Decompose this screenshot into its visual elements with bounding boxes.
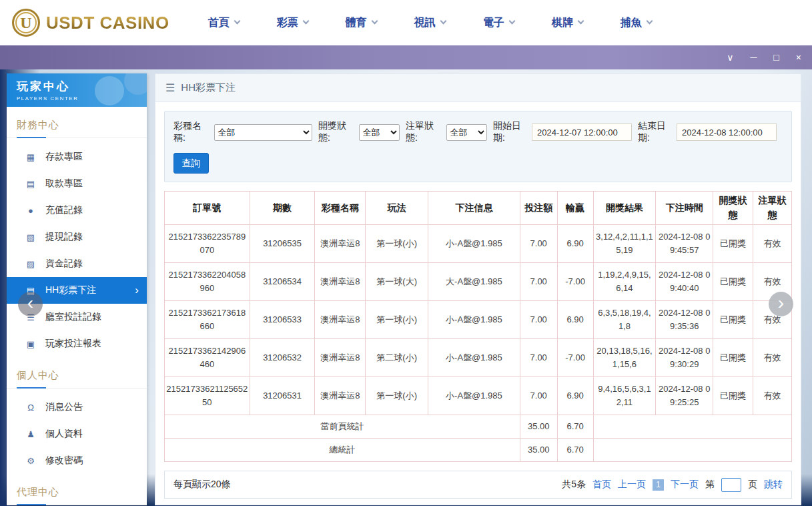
first-page-link[interactable]: 首页	[592, 479, 611, 491]
table-cell: 第一球(大)	[366, 263, 428, 301]
current-page-indicator[interactable]: 1	[653, 479, 664, 491]
sidebar-item-label: 個人資料	[45, 428, 83, 440]
sidebar-item-label: HH彩票下注	[45, 284, 96, 296]
withdraw-money-icon: ▤	[25, 179, 36, 189]
sidebar-item-label: 取款專區	[45, 178, 83, 190]
menu-icon[interactable]: ☰	[165, 81, 175, 94]
minimize-button[interactable]: ─	[750, 53, 757, 62]
sidebar-item-change-password[interactable]: ⚙修改密碼	[7, 447, 147, 474]
nav-item-lottery[interactable]: 彩票	[277, 16, 308, 30]
sidebar-item-fund-records[interactable]: ▨資金記錄	[7, 250, 147, 277]
table-cell: 小-A盤@1.985	[428, 377, 520, 415]
nav-item-slots[interactable]: 電子	[483, 16, 514, 30]
page-title: HH彩票下注	[181, 81, 236, 94]
sidebar-item-recharge-records[interactable]: ●充值記錄	[7, 197, 147, 224]
close-button[interactable]: ×	[796, 53, 801, 62]
column-header: 訂單號	[165, 192, 250, 225]
sidebar-section-title: 代理中心	[7, 481, 147, 505]
logo-coin-icon: U	[12, 9, 40, 37]
summary-row: 總統計35.006.70	[165, 439, 792, 462]
table-cell: 第二球(小)	[366, 339, 428, 377]
sidebar-title: 玩家中心	[17, 79, 147, 94]
table-cell: 6.90	[557, 225, 593, 263]
query-button[interactable]: 查詢	[173, 153, 209, 174]
filter-label: 注單狀態:	[406, 120, 444, 144]
sidebar-section: 個人中心Ω消息公告♟個人資料⚙修改密碼	[7, 364, 147, 474]
prev-page-link[interactable]: 上一页	[618, 479, 646, 491]
sidebar-item-profile[interactable]: ♟個人資料	[7, 421, 147, 447]
table-cell: 7.00	[520, 225, 557, 263]
sidebar-section-title: 個人中心	[7, 364, 147, 389]
deposit-card-icon: ▦	[25, 152, 36, 162]
jump-button[interactable]: 跳转	[764, 479, 783, 491]
next-page-link[interactable]: 下一页	[671, 479, 699, 491]
table-cell: 2024-12-08 09:40:40	[656, 263, 713, 301]
carousel-right-arrow[interactable]: ›	[769, 292, 793, 316]
table-cell: 第一球(小)	[366, 301, 428, 339]
sidebar-item-withdraw-zone[interactable]: ▤取款專區	[7, 170, 147, 197]
table-row: 215217336217361866031206533澳洲幸运8第一球(小)小-…	[165, 301, 792, 339]
site-logo[interactable]: U USDT CASINO	[12, 9, 169, 37]
column-header: 注單狀態	[753, 192, 792, 225]
table-cell: -7.00	[557, 263, 593, 301]
sidebar-header: 玩家中心 PLAYERS CENTER	[7, 73, 147, 107]
logo-text: USDT CASINO	[46, 13, 169, 33]
lottery-name-select[interactable]: 全部	[214, 124, 312, 141]
page-jump-input[interactable]	[721, 478, 741, 492]
pagination-controls: 共5条 首页 上一页 1 下一页 第 页 跳转	[562, 478, 783, 492]
nav-item-video[interactable]: 視訊	[414, 16, 446, 30]
nav-item-label: 彩票	[277, 16, 298, 30]
summary-bet-total: 35.00	[520, 439, 557, 462]
table-cell: 澳洲幸运8	[315, 263, 366, 301]
draw-status-select[interactable]: 全部	[359, 124, 400, 141]
column-header: 彩種名稱	[315, 192, 366, 225]
table-row: 215217336223578907031206535澳洲幸运8第一球(小)小-…	[165, 225, 792, 263]
start-date-input[interactable]	[532, 123, 632, 141]
sidebar: 玩家中心 PLAYERS CENTER 財務中心▦存款專區▤取款專區●充值記錄▧…	[7, 73, 147, 505]
table-cell: 小-A盤@1.985	[428, 225, 520, 263]
table-cell: 3,12,4,2,11,1,15,19	[593, 225, 656, 263]
order-status-select[interactable]: 全部	[446, 124, 487, 141]
filter-end-date: 結束日期:	[638, 120, 777, 144]
sidebar-item-announcements[interactable]: Ω消息公告	[7, 394, 147, 421]
filter-label: 開始日期:	[493, 120, 530, 144]
nav-item-fishing[interactable]: 捕魚	[621, 16, 652, 30]
user-icon: ♟	[25, 429, 36, 439]
maximize-button[interactable]: □	[773, 53, 779, 62]
table-cell: 7.00	[520, 263, 557, 301]
sidebar-item-label: 玩家投注報表	[45, 338, 101, 350]
column-header: 下注時間	[656, 192, 713, 225]
sidebar-item-label: 修改密碼	[45, 455, 83, 467]
chevron-down-icon	[646, 18, 653, 25]
carousel-left-arrow[interactable]: ‹	[18, 292, 43, 316]
end-date-input[interactable]	[677, 123, 777, 141]
table-cell: 澳洲幸运8	[315, 339, 366, 377]
table-cell: 31206534	[250, 263, 315, 301]
sidebar-item-player-bet-report[interactable]: ▣玩家投注報表	[7, 330, 147, 357]
nav-item-cards[interactable]: 棋牌	[552, 16, 583, 30]
column-header: 玩法	[366, 192, 428, 225]
nav-item-home[interactable]: 首頁	[208, 16, 240, 30]
nav-item-sports[interactable]: 體育	[346, 16, 377, 30]
total-count-label: 共5条	[562, 479, 586, 491]
sidebar-item-label: 充值記錄	[45, 204, 83, 216]
table-cell: 2152173362235789070	[165, 225, 250, 263]
logo-letter: U	[20, 14, 31, 32]
gear-icon: ⚙	[25, 456, 36, 466]
collapse-button[interactable]: ∨	[727, 53, 733, 62]
sidebar-item-deposit-zone[interactable]: ▦存款專區	[7, 144, 147, 170]
sidebar-item-withdraw-records[interactable]: ▧提現記錄	[7, 224, 147, 250]
filter-order-status: 注單狀態:全部	[406, 120, 487, 144]
window-controls: ∨ ─ □ ×	[727, 53, 812, 62]
table-cell: 31206531	[250, 377, 315, 415]
summary-row: 當前頁統計35.006.70	[165, 415, 792, 439]
table-cell: 2024-12-08 09:35:36	[656, 301, 713, 339]
table-header-row: 訂單號期數彩種名稱玩法下注信息投注額輸贏開獎結果下注時間開獎狀態注單狀態	[165, 192, 792, 225]
table-cell: 2024-12-08 09:45:57	[656, 225, 713, 263]
chevron-right-icon: ›	[135, 284, 139, 297]
column-header: 輸贏	[557, 192, 593, 225]
table-cell: 7.00	[520, 339, 557, 377]
sidebar-section: 財務中心▦存款專區▤取款專區●充值記錄▧提現記錄▨資金記錄▤HH彩票下注›☰廳室…	[7, 113, 147, 357]
recharge-record-icon: ●	[25, 206, 36, 216]
filter-label: 彩種名稱:	[173, 120, 212, 144]
